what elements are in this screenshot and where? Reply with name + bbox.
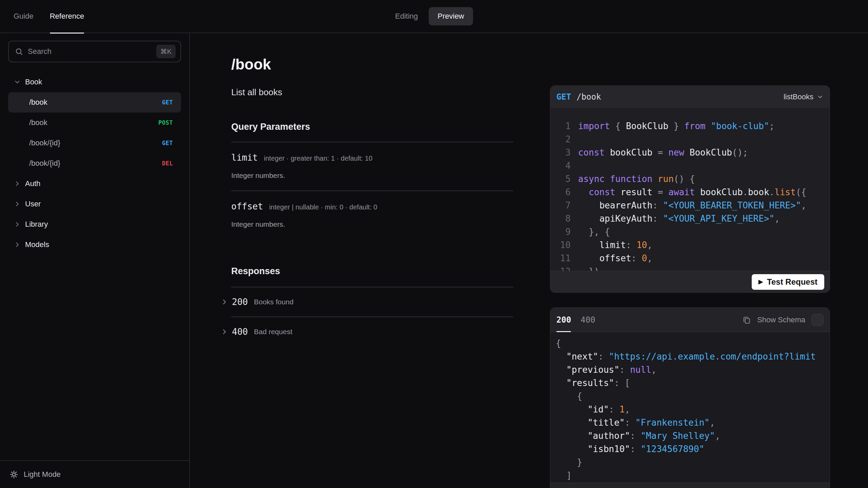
show-schema-toggle[interactable] xyxy=(811,314,824,326)
code-line: "id": 1, xyxy=(556,403,830,416)
param-meta: integer | nullable · min: 0 · default: 0 xyxy=(269,203,377,211)
chevron-right-icon xyxy=(14,200,21,208)
line-number: 7 xyxy=(556,199,571,212)
code-line: 12 }) xyxy=(556,265,830,271)
editing-toggle-button[interactable]: Editing xyxy=(395,12,418,21)
tab-guide[interactable]: Guide xyxy=(14,0,34,33)
sidebar-item-label: /book/{id} xyxy=(29,139,162,147)
tab-reference[interactable]: Reference xyxy=(50,0,84,33)
line-number: 8 xyxy=(556,212,571,225)
line-number: 11 xyxy=(556,252,571,265)
sidebar-section-label: Auth xyxy=(25,179,40,188)
operation-summary: List all books xyxy=(231,87,513,98)
chevron-right-icon xyxy=(220,298,229,306)
method-badge: POST xyxy=(158,119,173,126)
topbar: Guide Reference Editing Preview xyxy=(0,0,868,33)
param-limit: limit integer · greater than: 1 · defaul… xyxy=(231,142,513,190)
code-line: ] xyxy=(556,469,830,482)
method-badge: GET xyxy=(162,99,173,106)
line-number: 1 xyxy=(556,120,571,133)
code-line: 6 const result = await bookClub.book.lis… xyxy=(556,186,830,199)
request-path: /book xyxy=(576,92,601,102)
request-panel-header: GET /book listBooks xyxy=(550,86,830,108)
code-line: 4 xyxy=(556,159,830,172)
responses-heading: Responses xyxy=(231,266,513,277)
param-offset: offset integer | nullable · min: 0 · def… xyxy=(231,191,513,239)
response-row-400[interactable]: 400 Bad request xyxy=(231,317,513,346)
chevron-right-icon xyxy=(14,180,21,187)
response-tab-200[interactable]: 200 xyxy=(556,308,571,332)
response-body-code-block: { "next": "https://api.example.com/endpo… xyxy=(550,332,830,483)
show-schema-label: Show Schema xyxy=(757,316,805,324)
code-line: 2 xyxy=(556,133,830,146)
test-request-button[interactable]: ▶ Test Request xyxy=(752,274,824,290)
search-icon xyxy=(15,47,23,56)
param-name: offset xyxy=(231,201,263,211)
sidebar-item-book-post[interactable]: /bookPOST xyxy=(8,113,181,133)
sidebar-item-label: /book/{id} xyxy=(29,159,162,168)
mode-toggle: Editing Preview xyxy=(395,7,473,25)
sidebar-section-book[interactable]: Book xyxy=(8,72,181,92)
sidebar-section-auth[interactable]: Auth xyxy=(8,174,181,194)
search-placeholder: Search xyxy=(28,47,152,56)
topbar-nav: Guide Reference xyxy=(14,0,100,33)
operation-select[interactable]: listBooks xyxy=(784,93,824,101)
line-number: 2 xyxy=(556,133,571,146)
sidebar-section-library[interactable]: Library xyxy=(8,214,181,235)
response-status-code: 400 xyxy=(232,327,248,337)
request-method: GET xyxy=(556,92,571,102)
response-row-200[interactable]: 200 Books found xyxy=(231,287,513,317)
sidebar-item-book-id-get[interactable]: /book/{id}GET xyxy=(8,133,181,153)
light-mode-button[interactable]: Light Mode xyxy=(9,470,61,479)
line-number: 12 xyxy=(556,265,571,271)
page-title: /book xyxy=(231,56,513,73)
request-code-block: 1import { BookClub } from "book-club";23… xyxy=(550,108,830,271)
query-parameters-heading: Query Parameters xyxy=(231,121,513,132)
method-badge: GET xyxy=(162,140,173,146)
sidebar-item-label: /book xyxy=(29,98,162,107)
code-line: 9 }, { xyxy=(556,225,830,239)
method-badge: DEL xyxy=(162,160,173,167)
code-line: "previous": null, xyxy=(556,363,830,377)
response-status-label: Bad request xyxy=(254,328,292,336)
code-line: "author": "Mary Shelley", xyxy=(556,429,830,443)
sidebar-section-label: User xyxy=(25,200,41,208)
play-icon: ▶ xyxy=(758,279,763,285)
request-title: GET /book xyxy=(556,92,601,102)
sidebar-section-user[interactable]: User xyxy=(8,194,181,214)
code-line: 8 apiKeyAuth: "<YOUR_API_KEY_HERE>", xyxy=(556,212,830,225)
code-line: 1import { BookClub } from "book-club"; xyxy=(556,120,830,133)
code-line: { xyxy=(556,337,830,350)
chevron-down-icon xyxy=(14,78,21,86)
light-mode-label: Light Mode xyxy=(24,470,61,479)
sidebar-section-models[interactable]: Models xyxy=(8,235,181,255)
sidebar-section-label: Book xyxy=(25,78,42,86)
code-line: "next": "https://api.example.com/endpoin… xyxy=(556,350,830,363)
line-number: 4 xyxy=(556,159,571,172)
code-line: 7 bearerAuth: "<YOUR_BEARER_TOKEN_HERE>"… xyxy=(556,199,830,212)
search-input[interactable]: Search ⌘K xyxy=(8,41,181,62)
response-status-code: 200 xyxy=(232,297,248,307)
copy-icon[interactable] xyxy=(742,316,751,324)
sidebar: Search ⌘K Book/bookGET/bookPOST/book/{id… xyxy=(0,33,190,488)
line-number: 9 xyxy=(556,225,571,239)
code-line: 3const bookClub = new BookClub(); xyxy=(556,146,830,159)
request-example-panel: GET /book listBooks 1import { BookClub }… xyxy=(550,85,830,293)
code-line: 10 limit: 10, xyxy=(556,239,830,252)
sidebar-section-label: Library xyxy=(25,220,48,229)
code-line: 5async function run() { xyxy=(556,172,830,186)
sidebar-item-book-id-del[interactable]: /book/{id}DEL xyxy=(8,153,181,174)
code-line: "results": [ xyxy=(556,377,830,390)
docs-column: /book List all books Query Parameters li… xyxy=(231,33,513,488)
code-line: } xyxy=(556,456,830,469)
sidebar-item-book-get[interactable]: /bookGET xyxy=(8,92,181,113)
preview-toggle-button[interactable]: Preview xyxy=(429,7,473,25)
code-line: { xyxy=(556,390,830,403)
sidebar-nav: Book/bookGET/bookPOST/book/{id}GET/book/… xyxy=(0,72,189,255)
response-example-panel: 200 400 Show Schema { "next": "https://a… xyxy=(550,307,830,488)
response-status-label: Books found xyxy=(254,298,294,306)
param-description: Integer numbers. xyxy=(231,220,513,229)
response-tab-400[interactable]: 400 xyxy=(580,308,595,332)
param-description: Integer numbers. xyxy=(231,171,513,180)
line-number: 5 xyxy=(556,172,571,186)
